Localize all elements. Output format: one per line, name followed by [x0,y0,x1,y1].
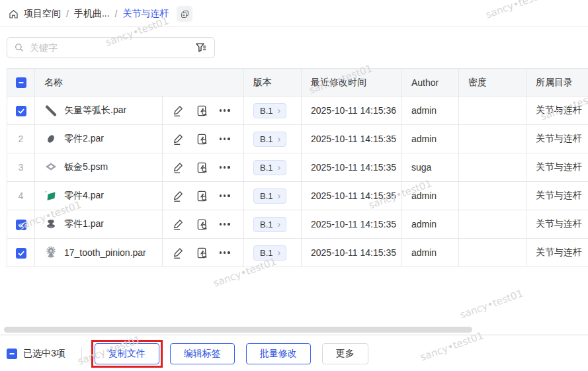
file-preview-search-icon-button[interactable] [196,247,208,259]
version-label: B.1 [260,220,273,229]
copy-path-button[interactable] [177,6,192,22]
chevron-right-icon: › [278,134,281,144]
selection-summary-checkbox[interactable] [7,349,17,359]
density-cell [459,210,526,239]
edit-icon-button[interactable] [172,218,185,231]
column-header-modified[interactable]: 最近修改时间 [302,69,402,97]
row-checkbox[interactable] [16,106,26,116]
more-actions-button[interactable] [220,106,230,114]
more-actions-button[interactable] [220,192,230,199]
author-cell: admin [402,125,459,153]
version-badge[interactable]: B.1› [253,160,286,175]
watermark-text: sancy•test01 [458,287,525,321]
more-actions-button[interactable] [220,249,230,256]
edit-icon-button[interactable] [172,190,185,202]
version-badge[interactable]: B.1› [253,103,286,118]
table-row[interactable]: 4零件4.parB.1›2025-10-11 14:15:35admin关节与连… [7,182,588,210]
search-input[interactable] [30,42,194,53]
breadcrumb: 项目空间 / 手机曲... / 关节与连杆 [8,5,192,22]
chevron-right-icon: › [278,248,281,257]
header-divider [0,26,588,27]
column-header-version[interactable]: 版本 [244,69,302,97]
select-all-checkbox[interactable] [16,77,26,88]
version-label: B.1 [260,248,273,258]
table-row[interactable]: 3钣金5.psmB.1›2025-10-11 14:15:35suga关节与连杆 [7,153,588,182]
breadcrumb-item-parent-folder[interactable]: 手机曲... [74,8,110,20]
density-cell [459,182,526,210]
row-checkbox[interactable] [16,220,26,230]
file-preview-search-icon-button[interactable] [196,190,208,202]
more-button[interactable]: 更多 [322,343,368,364]
files-table: 名称 版本 最近修改时间 Author 密度 所属目录 矢量等弧长.parB.1… [7,68,588,267]
column-header-author[interactable]: Author [402,69,459,97]
modified-cell: 2025-10-11 14:15:35 [302,153,402,182]
table-header-row: 名称 版本 最近修改时间 Author 密度 所属目录 [7,69,588,97]
file-name[interactable]: 零件1.par [64,218,104,230]
file-name[interactable]: 钣金5.psm [64,161,108,173]
selected-count-label: 已选中3项 [23,348,65,360]
directory-cell: 关节与连杆 [526,153,588,182]
version-label: B.1 [260,106,273,116]
density-cell [459,153,526,182]
highlight-red-box: 复制文件 [91,340,163,368]
file-name[interactable]: 矢量等弧长.par [64,104,126,116]
footer-divider [0,335,588,335]
directory-cell: 关节与连杆 [526,182,588,210]
footer-vertical-divider [81,347,82,361]
version-badge[interactable]: B.1› [253,217,286,232]
row-checkbox[interactable] [16,248,26,259]
row-number: 4 [19,190,24,201]
edit-icon-button[interactable] [172,133,185,145]
table-row[interactable]: 2零件2.parB.1›2025-10-11 14:15:35admin关节与连… [7,125,588,153]
author-cell: admin [402,239,459,267]
table-row[interactable]: 矢量等弧长.parB.1›2025-10-11 14:15:36admin关节与… [7,97,588,125]
horizontal-scrollbar-thumb[interactable] [4,327,472,333]
more-actions-button[interactable] [220,163,230,171]
density-cell [459,239,526,267]
column-header-directory[interactable]: 所属目录 [526,69,588,97]
table-row[interactable]: 零件1.parB.1›2025-10-11 14:15:35admin关节与连杆 [7,210,588,239]
edit-tags-button[interactable]: 编辑标签 [170,343,235,364]
file-name[interactable]: 零件4.par [64,190,104,202]
row-number: 2 [19,134,24,144]
edit-icon-button[interactable] [172,247,185,259]
table-row[interactable]: 17_tooth_pinion.parB.1›2025-10-11 14:15:… [7,239,588,267]
modified-cell: 2025-10-11 14:15:35 [302,125,402,153]
chevron-right-icon: › [278,220,281,229]
file-preview-search-icon-button[interactable] [196,104,208,117]
more-actions-button[interactable] [220,220,230,227]
version-badge[interactable]: B.1› [253,245,286,261]
diagonal-line-thumbnail-icon [44,104,58,117]
more-actions-button[interactable] [220,135,230,142]
version-badge[interactable]: B.1› [253,188,286,204]
version-label: B.1 [260,191,273,201]
breadcrumb-item-current-folder[interactable]: 关节与连杆 [122,8,169,20]
breadcrumb-separator: / [66,9,69,19]
file-name[interactable]: 17_tooth_pinion.par [64,247,146,258]
chevron-right-icon: › [278,106,281,115]
modified-cell: 2025-10-11 14:15:35 [302,239,402,267]
search-icon [14,42,24,53]
modified-cell: 2025-10-11 14:15:36 [302,97,402,125]
batch-modify-button[interactable]: 批量修改 [246,343,311,364]
density-cell [459,125,526,153]
home-icon[interactable] [8,9,19,20]
file-preview-search-icon-button[interactable] [196,161,208,174]
breadcrumb-item-project-space[interactable]: 项目空间 [24,8,61,20]
footer-action-bar: 已选中3项 复制文件编辑标签批量修改更多 [7,339,380,369]
sheet-frame-thumbnail-icon [44,161,58,174]
version-badge[interactable]: B.1› [253,132,286,147]
copy-file-button[interactable]: 复制文件 [95,343,159,364]
file-preview-search-icon-button[interactable] [196,218,208,231]
author-cell: admin [402,182,459,210]
file-name[interactable]: 零件2.par [64,133,104,145]
chevron-right-icon: › [278,191,281,200]
version-label: B.1 [260,163,273,173]
filter-icon[interactable] [194,42,208,54]
file-preview-search-icon-button[interactable] [196,133,208,145]
version-label: B.1 [260,134,273,144]
edit-icon-button[interactable] [172,104,185,117]
column-header-name[interactable]: 名称 [35,69,244,97]
edit-icon-button[interactable] [172,161,185,174]
column-header-density[interactable]: 密度 [459,69,526,97]
